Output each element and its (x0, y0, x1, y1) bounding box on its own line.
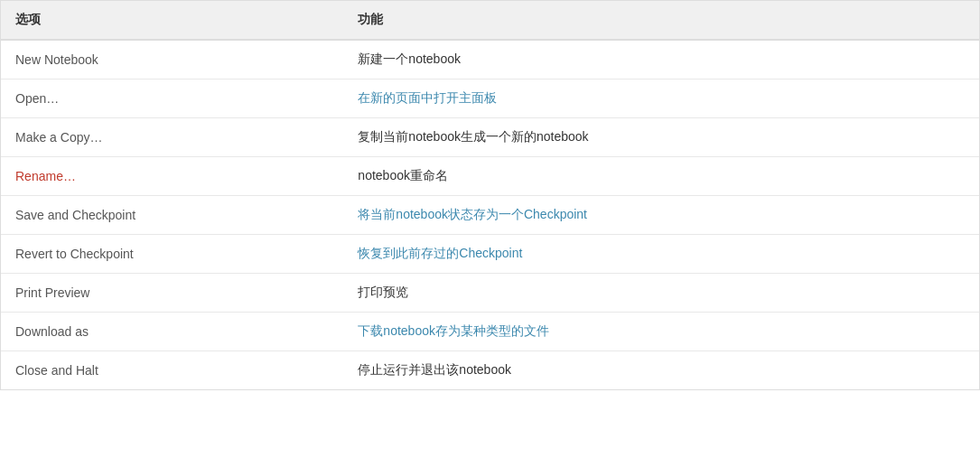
cell-function: 在新的页面中打开主面板 (343, 79, 979, 118)
table-row: Revert to Checkpoint恢复到此前存过的Checkpoint (1, 235, 979, 274)
cell-function: 恢复到此前存过的Checkpoint (343, 235, 979, 274)
table-row: Make a Copy…复制当前notebook生成一个新的notebook (1, 118, 979, 157)
cell-option: Rename… (1, 157, 343, 196)
cell-function: 下载notebook存为某种类型的文件 (343, 313, 979, 351)
cell-function: 复制当前notebook生成一个新的notebook (343, 118, 979, 157)
table-row: Download as下载notebook存为某种类型的文件 (1, 313, 979, 351)
cell-option: Save and Checkpoint (1, 196, 343, 235)
cell-option: Download as (1, 313, 343, 351)
table-row: New Notebook新建一个notebook (1, 40, 979, 79)
header-option: 选项 (1, 1, 343, 40)
table-row: Open…在新的页面中打开主面板 (1, 79, 979, 118)
cell-function: 停止运行并退出该notebook (343, 351, 979, 390)
table-row: Save and Checkpoint将当前notebook状态存为一个Chec… (1, 196, 979, 235)
cell-function: 打印预览 (343, 274, 979, 313)
table-header-row: 选项 功能 (1, 1, 979, 40)
cell-function: notebook重命名 (343, 157, 979, 196)
table-row: Print Preview打印预览 (1, 274, 979, 313)
cell-function: 将当前notebook状态存为一个Checkpoint (343, 196, 979, 235)
header-function: 功能 (343, 1, 979, 40)
cell-option: Print Preview (1, 274, 343, 313)
cell-function: 新建一个notebook (343, 40, 979, 79)
cell-option: Close and Halt (1, 351, 343, 390)
table-row: Rename…notebook重命名 (1, 157, 979, 196)
cell-option: Revert to Checkpoint (1, 235, 343, 274)
cell-option: Make a Copy… (1, 118, 343, 157)
table-row: Close and Halt停止运行并退出该notebook (1, 351, 979, 390)
cell-option: New Notebook (1, 40, 343, 79)
table-body: New Notebook新建一个notebookOpen…在新的页面中打开主面板… (1, 40, 979, 389)
cell-option: Open… (1, 79, 343, 118)
reference-table: 选项 功能 New Notebook新建一个notebookOpen…在新的页面… (1, 1, 979, 389)
main-table-container: 选项 功能 New Notebook新建一个notebookOpen…在新的页面… (0, 0, 980, 390)
